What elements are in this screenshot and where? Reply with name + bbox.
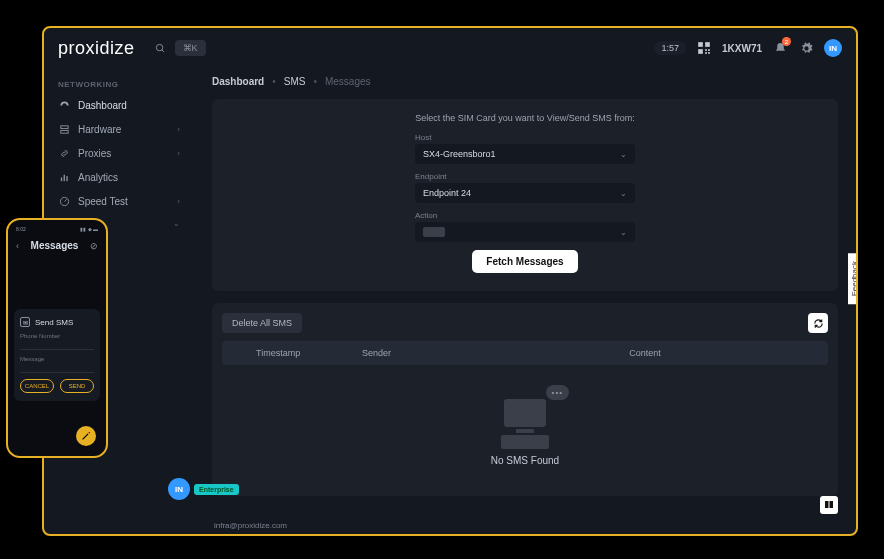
sidebar-item-dashboard[interactable]: Dashboard — [44, 93, 194, 117]
sidebar-label: Proxies — [78, 148, 111, 159]
crumb-sms[interactable]: SMS — [284, 76, 306, 87]
svg-rect-10 — [60, 130, 67, 133]
enterprise-avatar: IN — [168, 478, 190, 500]
keyboard-icon — [501, 435, 549, 443]
svg-point-0 — [156, 44, 162, 50]
empty-text: No SMS Found — [491, 455, 559, 466]
chevron-down-icon: ⌄ — [620, 189, 627, 198]
sidebar-label: Analytics — [78, 172, 118, 183]
phone-title: Messages — [31, 240, 79, 251]
sim-select-panel: Select the SIM Card you want to View/Sen… — [212, 99, 838, 291]
block-icon[interactable]: ⊘ — [90, 241, 98, 251]
phone-number-input[interactable] — [20, 340, 94, 350]
svg-rect-3 — [705, 42, 710, 47]
send-button[interactable]: SEND — [60, 379, 94, 393]
sidebar-label: Speed Test — [78, 196, 128, 207]
svg-rect-2 — [698, 42, 703, 47]
svg-rect-6 — [708, 49, 710, 51]
link-icon — [58, 147, 70, 159]
panel-title: Select the SIM Card you want to View/Sen… — [226, 113, 824, 123]
message-label: Message — [20, 356, 94, 362]
phone-time: 8:02 — [16, 226, 26, 234]
host-select[interactable]: SX4-Greensboro1 ⌄ — [415, 144, 635, 164]
chevron-right-icon: › — [177, 197, 180, 206]
qr-icon[interactable] — [696, 40, 712, 56]
sidebar-section-label: NETWORKING — [44, 76, 194, 93]
svg-rect-5 — [705, 49, 707, 51]
message-input[interactable] — [20, 363, 94, 373]
reload-button[interactable] — [808, 313, 828, 333]
svg-rect-9 — [60, 125, 67, 128]
search-hotkey[interactable]: ⌘K — [175, 40, 206, 56]
svg-rect-4 — [698, 49, 703, 54]
svg-rect-13 — [66, 176, 67, 181]
phone-status-bar: 8:02 ▮▮ ◆ ▬ — [14, 226, 100, 234]
action-label: Action — [415, 211, 635, 220]
sidebar-item-hardware[interactable]: Hardware › — [44, 117, 194, 141]
endpoint-label: Endpoint — [415, 172, 635, 181]
logo: proxidize — [58, 38, 135, 59]
top-bar: proxidize ⌘K 1:57 1KXW71 2 IN — [44, 28, 856, 68]
sms-table-panel: Delete All SMS Timestamp Sender Content … — [212, 303, 838, 496]
endpoint-select[interactable]: Endpoint 24 ⌄ — [415, 183, 635, 203]
send-sms-title: Send SMS — [35, 318, 73, 327]
breadcrumb: Dashboard • SMS • Messages — [212, 72, 838, 99]
phone-signal-icon: ▮▮ ◆ ▬ — [80, 226, 98, 234]
feedback-tab[interactable]: Feedback — [848, 253, 858, 304]
send-sms-card: ✉ Send SMS Phone Number Message CANCEL S… — [14, 309, 100, 401]
avatar[interactable]: IN — [824, 39, 842, 57]
desktop-app-window: proxidize ⌘K 1:57 1KXW71 2 IN — [42, 26, 858, 536]
svg-rect-8 — [708, 52, 710, 54]
svg-rect-12 — [63, 174, 64, 180]
server-icon — [58, 123, 70, 135]
phone-mockup: 8:02 ▮▮ ◆ ▬ ‹ Messages ⊘ ✉ Send SMS Phon… — [6, 218, 108, 458]
svg-rect-11 — [60, 177, 61, 181]
col-content: Content — [472, 348, 818, 358]
sidebar-label: Hardware — [78, 124, 121, 135]
fab-compose[interactable] — [76, 426, 96, 446]
sidebar-item-speedtest[interactable]: Speed Test › — [44, 189, 194, 213]
delete-all-button[interactable]: Delete All SMS — [222, 313, 302, 333]
gear-icon[interactable] — [798, 40, 814, 56]
bars-icon — [58, 171, 70, 183]
chevron-down-icon: ⌄ — [620, 150, 627, 159]
sidebar-item-analytics[interactable]: Analytics — [44, 165, 194, 189]
col-sender: Sender — [362, 348, 472, 358]
chevron-down-icon: ⌄ — [620, 228, 627, 237]
table-header: Timestamp Sender Content — [222, 341, 828, 365]
bell-icon[interactable]: 2 — [772, 40, 788, 56]
fetch-messages-button[interactable]: Fetch Messages — [472, 250, 577, 273]
phone-number-label: Phone Number — [20, 333, 94, 339]
monitor-icon — [504, 399, 546, 427]
chevron-right-icon: › — [177, 149, 180, 158]
message-icon: ✉ — [20, 317, 30, 327]
time-pill: 1:57 — [654, 41, 686, 55]
sidebar-item-proxies[interactable]: Proxies › — [44, 141, 194, 165]
cancel-button[interactable]: CANCEL — [20, 379, 54, 393]
empty-illustration: ••• — [495, 389, 555, 441]
chevron-down-icon: ⌄ — [173, 219, 180, 228]
action-value — [423, 227, 445, 237]
svg-line-1 — [162, 49, 164, 51]
phone-header: ‹ Messages ⊘ — [14, 234, 100, 255]
crumb-dashboard[interactable]: Dashboard — [212, 76, 264, 87]
chevron-right-icon: › — [177, 125, 180, 134]
sidebar-label: Dashboard — [78, 100, 127, 111]
empty-state: ••• No SMS Found — [222, 365, 828, 486]
notification-badge: 2 — [782, 37, 791, 46]
enterprise-label: Enterprise — [194, 484, 239, 495]
endpoint-value: Endpoint 24 — [423, 188, 471, 198]
speed-icon — [58, 195, 70, 207]
back-icon[interactable]: ‹ — [16, 241, 19, 251]
docs-icon[interactable] — [820, 496, 838, 514]
search-icon[interactable] — [153, 40, 169, 56]
svg-rect-7 — [705, 52, 707, 54]
enterprise-badge[interactable]: IN Enterprise — [168, 478, 239, 500]
main-content: Dashboard • SMS • Messages Select the SI… — [194, 68, 856, 534]
action-select[interactable]: ⌄ — [415, 222, 635, 242]
host-label: Host — [415, 133, 635, 142]
gauge-icon — [58, 99, 70, 111]
col-timestamp: Timestamp — [232, 348, 362, 358]
footer-email: infra@proxidize.com — [214, 521, 287, 530]
host-value: SX4-Greensboro1 — [423, 149, 496, 159]
